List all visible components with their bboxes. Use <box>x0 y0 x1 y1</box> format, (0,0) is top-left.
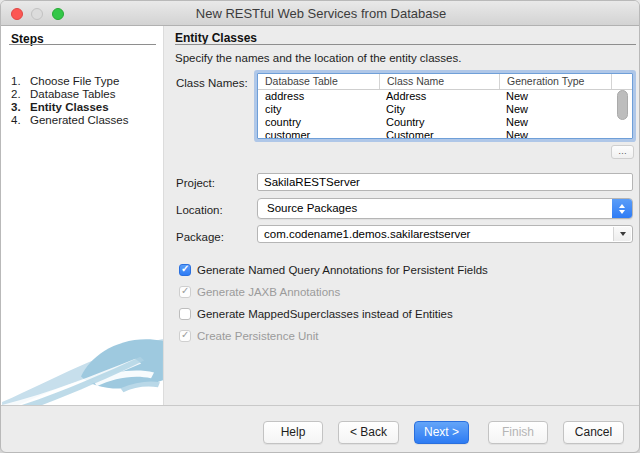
next-button[interactable]: Next > <box>414 421 469 444</box>
cell-database-table: city <box>258 103 379 116</box>
checkbox-icon <box>179 286 191 298</box>
heading-divider <box>175 44 636 45</box>
project-label: Project: <box>176 177 215 189</box>
cancel-button[interactable]: Cancel <box>563 421 624 444</box>
cell-generation-type: New <box>499 103 611 116</box>
checkbox-label: Generate MappedSuperclasses instead of E… <box>197 308 453 320</box>
step-label: Entity Classes <box>30 101 109 114</box>
class-names-table[interactable]: Database Table Class Name Generation Typ… <box>257 73 633 139</box>
cell-database-table: customer <box>258 129 379 139</box>
page-description: Specify the names and the location of th… <box>175 52 461 64</box>
table-row[interactable]: city City New <box>258 103 632 116</box>
cell-generation-type: New <box>499 129 611 139</box>
package-combobox[interactable]: com.codename1.demos.sakilarestserver <box>257 225 633 243</box>
chevron-down-icon <box>619 210 625 214</box>
stepper-arrows-icon[interactable] <box>612 199 632 218</box>
step-choose-file-type: 1. Choose File Type <box>11 75 161 88</box>
project-field[interactable]: SakilaRESTServer <box>257 173 633 191</box>
checkbox-mapped-superclasses[interactable]: Generate MappedSuperclasses instead of E… <box>179 307 453 321</box>
location-label: Location: <box>176 204 223 216</box>
step-database-tables: 2. Database Tables <box>11 88 161 101</box>
column-header-scrollbar-gutter <box>611 74 632 89</box>
step-label: Generated Classes <box>30 114 128 127</box>
table-row[interactable]: address Address New <box>258 90 632 103</box>
table-header-row: Database Table Class Name Generation Typ… <box>258 74 632 90</box>
cell-generation-type: New <box>499 116 611 129</box>
column-header-class-name[interactable]: Class Name <box>379 74 499 89</box>
checkbox-icon <box>179 330 191 342</box>
table-row[interactable]: customer Customer New <box>258 129 632 139</box>
finish-button: Finish <box>488 421 548 444</box>
column-header-database-table[interactable]: Database Table <box>258 74 379 89</box>
step-generated-classes: 4. Generated Classes <box>11 114 161 127</box>
table-scrollbar-thumb[interactable] <box>617 90 628 120</box>
checkbox-icon[interactable] <box>179 264 191 276</box>
steps-divider <box>9 44 156 45</box>
class-names-label: Class Names: <box>176 77 248 89</box>
package-value: com.codename1.demos.sakilarestserver <box>264 228 470 240</box>
cell-database-table: address <box>258 90 379 103</box>
checkbox-jaxb-annotations: Generate JAXB Annotations <box>179 285 340 299</box>
checkbox-label: Create Persistence Unit <box>197 330 318 342</box>
step-number: 2. <box>11 88 30 101</box>
page-title: Entity Classes <box>175 31 257 45</box>
more-options-button[interactable]: … <box>611 145 634 159</box>
cell-class-name: Country <box>379 116 499 129</box>
location-select[interactable]: Source Packages <box>257 198 633 219</box>
combo-dropdown-button[interactable] <box>613 227 631 241</box>
swoosh-watermark-graphic <box>1 331 164 405</box>
step-number: 4. <box>11 114 30 127</box>
step-label: Database Tables <box>30 88 115 101</box>
wizard-dialog: New RESTful Web Services from Database S… <box>0 0 640 453</box>
steps-sidebar: Steps 1. Choose File Type 2. Database Ta… <box>1 26 164 405</box>
back-button[interactable]: < Back <box>338 421 399 444</box>
checkbox-icon[interactable] <box>179 308 191 320</box>
checkbox-create-persistence-unit: Create Persistence Unit <box>179 329 318 343</box>
column-header-generation-type[interactable]: Generation Type <box>499 74 611 89</box>
cell-class-name: Address <box>379 90 499 103</box>
chevron-up-icon <box>619 204 625 208</box>
step-entity-classes: 3. Entity Classes <box>11 101 161 114</box>
footer-divider <box>1 405 640 406</box>
cell-generation-type: New <box>499 90 611 103</box>
table-row[interactable]: country Country New <box>258 116 632 129</box>
help-button[interactable]: Help <box>263 421 323 444</box>
dropdown-arrow-icon <box>620 232 626 236</box>
checkbox-label: Generate Named Query Annotations for Per… <box>197 264 488 276</box>
step-number: 3. <box>11 101 30 114</box>
checkbox-label: Generate JAXB Annotations <box>197 286 340 298</box>
package-label: Package: <box>176 231 224 243</box>
checkbox-named-query-annotations[interactable]: Generate Named Query Annotations for Per… <box>179 263 488 277</box>
cell-database-table: country <box>258 116 379 129</box>
cell-class-name: Customer <box>379 129 499 139</box>
titlebar: New RESTful Web Services from Database <box>1 1 640 26</box>
window-title: New RESTful Web Services from Database <box>1 6 640 21</box>
step-label: Choose File Type <box>30 75 119 88</box>
location-selected-value: Source Packages <box>267 202 357 214</box>
step-number: 1. <box>11 75 30 88</box>
cell-class-name: City <box>379 103 499 116</box>
